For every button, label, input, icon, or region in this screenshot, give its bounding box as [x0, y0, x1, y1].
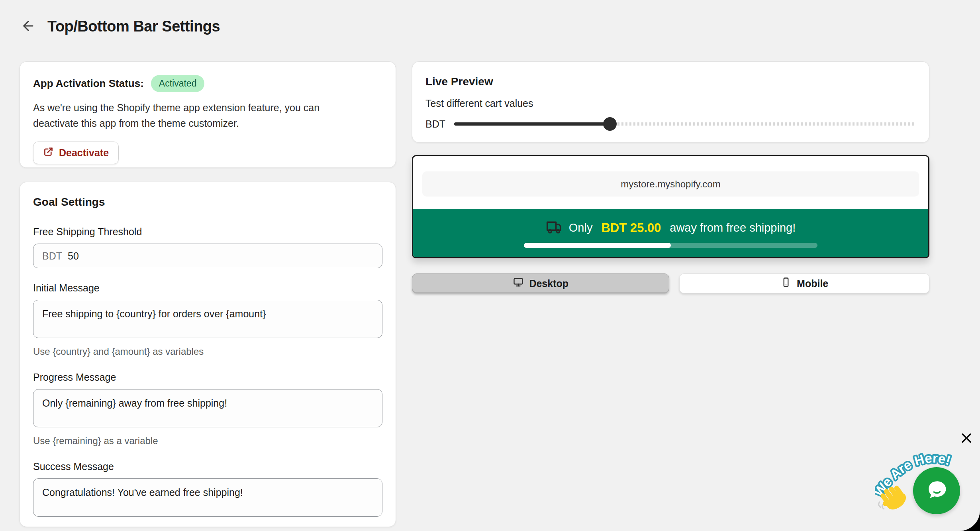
mobile-toggle-label: Mobile: [797, 278, 828, 289]
truck-icon: [546, 218, 563, 238]
chat-close-button[interactable]: [958, 430, 975, 447]
live-preview-title: Live Preview: [425, 75, 916, 88]
page-title: Top/Bottom Bar Settings: [47, 18, 220, 35]
smartphone-icon: [780, 277, 792, 290]
deactivate-button-label: Deactivate: [59, 147, 109, 159]
storefront-preview-frame: mystore.myshopify.com Only BDT 25.00 awa…: [412, 155, 929, 258]
waving-hand-icon: [874, 483, 911, 514]
cart-value-slider[interactable]: [454, 117, 916, 131]
live-preview-card: Live Preview Test different cart values …: [412, 61, 929, 143]
threshold-input-shell: BDT: [33, 244, 382, 268]
progress-message-helper: Use {remaining} as a variable: [33, 435, 382, 447]
monitor-icon: [513, 277, 524, 290]
success-message-textarea[interactable]: Congratulations! You've earned free ship…: [33, 478, 382, 517]
page-header: Top/Bottom Bar Settings: [20, 18, 220, 35]
shipping-progress-track: [524, 243, 817, 248]
activation-status-row: App Activation Status: Activated: [33, 75, 382, 92]
slider-currency-label: BDT: [425, 118, 445, 130]
cart-slider-fill: [454, 122, 610, 126]
preview-store-url: mystore.myshopify.com: [621, 179, 720, 190]
desktop-toggle-label: Desktop: [529, 278, 568, 289]
status-badge: Activated: [151, 75, 205, 92]
live-preview-subtitle: Test different cart values: [425, 97, 916, 110]
goal-settings-title: Goal Settings: [33, 195, 382, 209]
back-button[interactable]: [20, 18, 37, 35]
goal-settings-card: Goal Settings Free Shipping Threshold BD…: [20, 182, 396, 527]
close-icon: [960, 431, 973, 446]
success-message-label: Success Message: [33, 460, 382, 473]
shipping-progress-fill: [524, 243, 671, 248]
activation-description: As we're using the Shopify theme app ext…: [33, 100, 360, 131]
shipping-message-suffix: away from free shipping!: [670, 221, 796, 234]
activation-status-card: App Activation Status: Activated As we'r…: [20, 61, 396, 168]
progress-message-label: Progress Message: [33, 371, 382, 384]
threshold-label: Free Shipping Threshold: [33, 226, 382, 238]
threshold-input[interactable]: [68, 250, 373, 262]
cart-value-row: BDT: [425, 117, 916, 131]
activation-status-label: App Activation Status:: [33, 77, 144, 90]
progress-message-textarea[interactable]: Only {remaining} away from free shipping…: [33, 389, 382, 427]
chat-bubble-icon: [922, 476, 951, 506]
mobile-toggle-button[interactable]: Mobile: [679, 273, 929, 293]
currency-prefix: BDT: [42, 250, 62, 262]
shipping-message-prefix: Only: [569, 221, 593, 234]
settings-page: Top/Bottom Bar Settings App Activation S…: [0, 0, 980, 531]
cart-slider-handle[interactable]: [603, 117, 617, 131]
free-shipping-bar: Only BDT 25.00 away from free shipping!: [413, 209, 928, 257]
device-toggle: Desktop Mobile: [412, 273, 929, 293]
shipping-amount: BDT 25.00: [601, 221, 661, 235]
initial-message-helper: Use {country} and {amount} as variables: [33, 345, 382, 358]
desktop-toggle-button[interactable]: Desktop: [412, 273, 669, 293]
deactivate-button[interactable]: Deactivate: [33, 142, 119, 164]
initial-message-textarea[interactable]: Free shipping to {country} for orders ov…: [33, 300, 382, 338]
external-link-icon: [43, 146, 54, 159]
shipping-bar-message: Only BDT 25.00 away from free shipping!: [546, 218, 796, 238]
arrow-left-icon: [21, 18, 36, 35]
initial-message-label: Initial Message: [33, 282, 382, 294]
preview-address-bar: mystore.myshopify.com: [422, 171, 919, 197]
chat-launcher-button[interactable]: [913, 467, 960, 514]
